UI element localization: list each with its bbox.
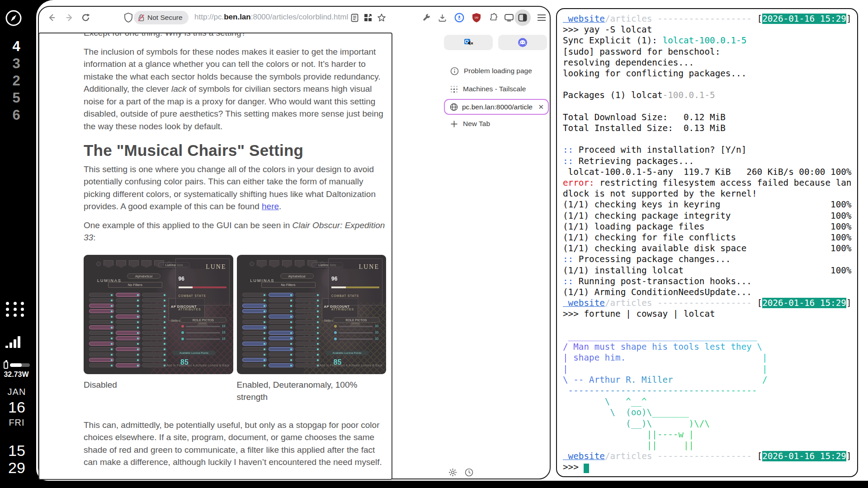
skill-pill <box>116 320 141 324</box>
workspace-switcher[interactable]: 43256 <box>0 38 33 124</box>
skill-pill <box>295 347 320 351</box>
skill-pill <box>142 342 167 346</box>
workspace-3[interactable]: 3 <box>0 55 33 72</box>
skill-pill <box>142 298 167 302</box>
terminal-line: >>> yay -S lolcat <box>563 24 857 35</box>
workspace-5[interactable]: 5 <box>0 89 33 107</box>
skill-pill <box>242 309 267 313</box>
skill-pill <box>269 336 293 340</box>
pinned-tab-outlook-muted[interactable] <box>444 35 493 50</box>
terminal-line: (1/1) checking keys in keyring 100% <box>563 199 857 210</box>
terminal-line: ||----w | <box>563 429 857 440</box>
compass-icon[interactable] <box>5 9 23 29</box>
skill-pill <box>242 298 267 302</box>
url-bar[interactable]: http://pc.ben.lan:8000/articles/colorbli… <box>194 13 348 22</box>
sidebar-footer <box>448 468 473 477</box>
security-label: Not Secure <box>147 14 183 22</box>
paragraph-setting: This setting is one where you change all… <box>84 163 386 213</box>
skill-pill <box>295 331 320 335</box>
signal-bars-icon <box>5 334 20 348</box>
terminal-line: :: Retrieving packages... <box>563 156 857 167</box>
terminal-line: website/articles ------------------ [202… <box>563 451 857 462</box>
terminal-line: (1/1) installing lolcat 100% <box>563 265 857 276</box>
onepassword-icon[interactable] <box>454 12 465 23</box>
skill-pill <box>295 342 320 346</box>
extensions-puzzle-icon[interactable] <box>488 12 499 23</box>
bookmark-star-icon[interactable] <box>376 12 387 23</box>
sidebar-item-tailscale[interactable]: Machines - Tailscale <box>444 80 549 98</box>
sidebar-toggle-button[interactable] <box>514 9 531 26</box>
skill-pill <box>142 314 167 319</box>
skill-pill <box>295 298 320 302</box>
sidebar-item-label: Problem loading page <box>464 67 532 75</box>
skill-pill <box>116 358 141 362</box>
shield-icon[interactable] <box>123 12 134 23</box>
skill-pill <box>142 293 167 297</box>
split-view-icon[interactable] <box>363 12 373 23</box>
download-icon[interactable] <box>437 12 448 23</box>
desktop-surface: Not Secure http://pc.ben.lan:8000/articl… <box>36 0 868 481</box>
skill-pill <box>89 342 114 346</box>
skill-pill <box>242 336 267 340</box>
figure-captions: Disabled Enabled, Deuteranomaly, 100% st… <box>84 379 386 404</box>
skill-pill <box>295 325 320 329</box>
plus-icon <box>450 120 458 128</box>
skill-pill <box>142 331 167 335</box>
skill-pill <box>89 352 114 357</box>
forward-icon[interactable] <box>64 12 75 23</box>
workspace-2[interactable]: 2 <box>0 72 33 89</box>
skill-pill <box>142 358 167 362</box>
reader-view-icon[interactable] <box>349 12 360 23</box>
italic-lack: lack <box>171 84 187 94</box>
skill-pill <box>116 314 141 319</box>
skill-pill <box>242 352 267 357</box>
pinned-tab-discord[interactable] <box>498 35 547 50</box>
new-tab-button[interactable]: New Tab <box>444 115 549 133</box>
skill-pill <box>116 298 141 302</box>
skill-pill <box>89 347 114 351</box>
clock-icon[interactable] <box>465 468 473 477</box>
skill-pill <box>242 347 267 351</box>
skill-pill <box>116 363 141 367</box>
terminal-line <box>563 79 857 90</box>
svg-text:uo: uo <box>475 16 478 19</box>
power-draw: 32.73W <box>0 371 33 379</box>
workspace-6[interactable]: 6 <box>0 107 33 124</box>
workspace-4[interactable]: 4 <box>0 38 33 55</box>
wrench-icon[interactable] <box>421 12 432 23</box>
skill-pill <box>269 358 293 362</box>
skill-pill <box>269 304 293 308</box>
security-badge[interactable]: Not Secure <box>134 11 189 24</box>
url-host: ben.lan <box>224 13 251 21</box>
terminal-line: (1/1) loading package files 100% <box>563 221 857 232</box>
skill-pill <box>142 320 167 324</box>
ublock-shield-icon[interactable]: uo <box>471 12 482 23</box>
skill-pill <box>269 347 293 351</box>
skill-pill <box>295 304 320 308</box>
terminal-line: :: Running post-transaction hooks... <box>563 276 857 287</box>
skill-pill <box>89 304 114 308</box>
active-tab[interactable]: pc.ben.lan:8000/article ✕ <box>444 99 549 115</box>
reload-icon[interactable] <box>80 12 91 23</box>
here-link[interactable]: here <box>262 202 279 211</box>
calendar-day: 16 <box>0 399 33 416</box>
terminal-window[interactable]: website/articles ------------------ [202… <box>556 8 858 477</box>
menu-icon[interactable] <box>536 12 547 23</box>
close-tab-icon[interactable]: ✕ <box>538 103 544 111</box>
skill-pill <box>242 314 267 319</box>
terminal-line: >>> fortune | cowsay | lolcat <box>563 309 857 319</box>
skill-pill <box>116 347 141 351</box>
back-icon[interactable] <box>46 12 57 23</box>
terminal-line: lolcat-100.0.1-5-any 119.7 KiB 260 KiB/s… <box>563 167 857 178</box>
terminal-line: (1/1) Arming ConditionNeedsUpdate... <box>563 287 857 298</box>
caption-disabled: Disabled <box>84 379 233 404</box>
battery-indicator <box>4 361 30 369</box>
sidebar-item-problem-loading[interactable]: Problem loading page <box>444 62 549 80</box>
screen-icon[interactable] <box>504 12 514 23</box>
app-launcher-icon[interactable] <box>6 302 26 317</box>
new-tab-label: New Tab <box>463 120 490 128</box>
terminal-line: Sync Explicit (1): lolcat-100.0.1-5 <box>563 35 857 46</box>
article-page: Except for one thing: Why is this a sett… <box>38 33 392 480</box>
outlook-muted-icon <box>463 38 473 47</box>
gear-icon[interactable] <box>448 468 457 477</box>
